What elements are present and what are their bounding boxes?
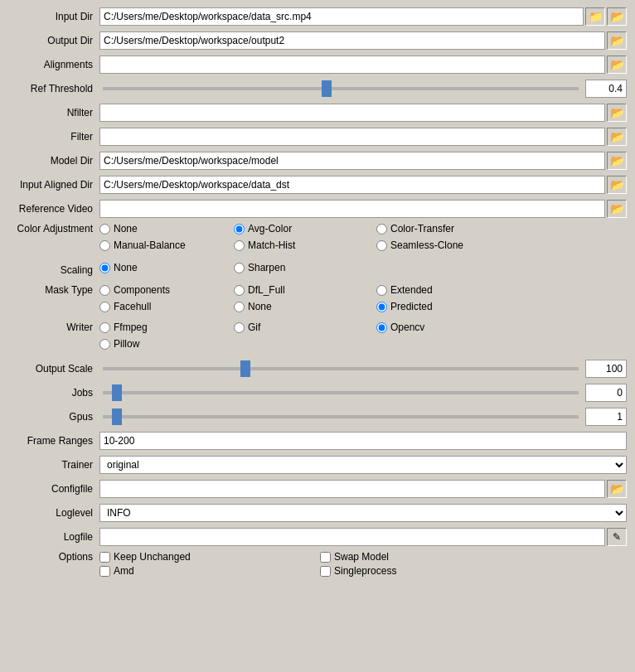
logfile-row: Logfile ✎ [8,527,627,547]
writer-gif-radio[interactable] [234,322,245,333]
ref-threshold-value[interactable] [585,80,627,98]
color-adj-none-radio[interactable] [99,224,110,234]
alignments-row: Alignments 📂 [8,55,627,75]
mask-predicted: Predicted [376,301,501,312]
model-dir-label: Model Dir [8,155,99,167]
nfilter-label: Nfilter [8,107,99,118]
output-scale-value[interactable] [585,360,627,378]
reference-video-input[interactable] [99,200,605,218]
input-dir-folder-btn2[interactable]: 📂 [607,7,627,26]
mask-components: Components [99,284,224,296]
input-dir-input[interactable] [99,7,584,26]
logfile-edit-btn[interactable]: ✎ [607,528,627,546]
jobs-thumb[interactable] [112,384,122,401]
filter-folder-btn[interactable]: 📂 [607,128,627,146]
configfile-field: 📂 [99,480,627,498]
filter-row: Filter 📂 [8,127,627,147]
color-adj-sc-radio[interactable] [376,240,387,251]
filter-input[interactable] [99,128,605,146]
writer-pillow-radio[interactable] [99,339,110,350]
mask-dfl-label: DfL_Full [248,284,285,296]
writer-opencv-radio[interactable] [376,322,387,333]
writer-pillow: Pillow [99,338,224,350]
color-adj-manual-balance: Manual-Balance [99,239,224,251]
jobs-value[interactable] [585,384,627,402]
scaling-none-radio[interactable] [99,263,110,273]
nfilter-folder-btn[interactable]: 📂 [607,104,627,122]
scaling-sharpen-radio[interactable] [234,263,245,273]
logfile-input[interactable] [99,528,605,546]
scaling-options: None Sharpen [99,262,627,278]
input-dir-folder-btn[interactable]: 📁 [585,7,605,26]
color-adj-avg-radio[interactable] [234,224,245,234]
input-aligned-dir-input[interactable] [99,176,605,194]
mask-facehull: Facehull [99,301,224,312]
options-keep-unchanged: Keep Unchanged [99,551,307,563]
scaling-none: None [99,262,224,273]
alignments-folder-btn[interactable]: 📂 [607,56,627,74]
color-adj-mb-radio[interactable] [99,240,110,251]
writer-options: Ffmpeg Gif Opencv Pillow [99,321,627,355]
output-dir-field: 📂 [99,31,627,50]
keep-unchanged-checkbox[interactable] [99,552,110,563]
output-scale-slider[interactable] [103,367,579,370]
ref-threshold-thumb[interactable] [322,80,332,97]
mask-extended-radio[interactable] [376,285,387,296]
options-swap-model: Swap Model [320,551,389,563]
mask-facehull-radio[interactable] [99,302,110,312]
gpus-value[interactable] [585,408,627,426]
trainer-select[interactable]: original [99,456,627,474]
gpus-row: Gpus [8,407,627,427]
loglevel-select[interactable]: INFO DEBUG WARNING ERROR [99,504,627,522]
trainer-row: Trainer original [8,455,627,475]
gpus-slider[interactable] [103,415,579,418]
loglevel-row: Loglevel INFO DEBUG WARNING ERROR [8,503,627,523]
jobs-slider[interactable] [103,391,579,394]
mask-dfl-radio[interactable] [234,285,245,296]
writer-opencv-label: Opencv [390,321,424,333]
amd-label: Amd [114,565,134,577]
logfile-label: Logfile [8,531,99,543]
output-dir-input[interactable] [99,31,605,50]
model-dir-input[interactable] [99,152,605,170]
color-adj-color-transfer: Color-Transfer [376,223,501,234]
output-scale-slider-container [99,360,627,378]
frame-ranges-input[interactable] [99,432,627,450]
mask-none-radio[interactable] [234,302,245,312]
color-adj-ct-radio[interactable] [376,224,387,234]
color-adj-match-hist: Match-Hist [234,239,366,251]
configfile-folder-btn[interactable]: 📂 [607,480,627,498]
color-adj-seamless-clone: Seamless-Clone [376,239,501,251]
filter-label: Filter [8,131,99,143]
output-dir-folder-btn[interactable]: 📂 [607,31,627,50]
keep-unchanged-label: Keep Unchanged [114,551,191,563]
color-adj-mb-label: Manual-Balance [114,239,186,251]
nfilter-input[interactable] [99,104,605,122]
mask-components-radio[interactable] [99,285,110,296]
ref-threshold-slider[interactable] [103,87,579,90]
reference-video-folder-btn[interactable]: 📂 [607,200,627,218]
color-adj-mh-radio[interactable] [234,240,245,251]
gpus-thumb[interactable] [112,409,122,425]
swap-model-checkbox[interactable] [320,552,331,563]
output-scale-thumb[interactable] [240,360,250,377]
mask-extended: Extended [376,284,501,296]
amd-checkbox[interactable] [99,566,110,577]
output-dir-row: Output Dir 📂 [8,31,627,51]
options-checkboxes: Keep Unchanged Swap Model Amd Singleproc… [99,551,627,579]
scaling-label: Scaling [8,264,99,276]
input-aligned-dir-folder-btn[interactable]: 📂 [607,176,627,194]
configfile-input[interactable] [99,480,605,498]
filter-field: 📂 [99,128,627,146]
nfilter-field: 📂 [99,104,627,122]
input-dir-row: Input Dir 📁 📂 [8,7,627,27]
writer-ffmpeg: Ffmpeg [99,321,224,333]
input-aligned-dir-row: Input Aligned Dir 📂 [8,175,627,195]
writer-ffmpeg-radio[interactable] [99,322,110,333]
model-dir-folder-btn[interactable]: 📂 [607,152,627,170]
configfile-row: Configfile 📂 [8,479,627,499]
mask-predicted-radio[interactable] [376,302,387,312]
singleprocess-checkbox[interactable] [320,566,331,577]
mask-dfl-full: DfL_Full [234,284,366,296]
alignments-input[interactable] [99,56,605,74]
